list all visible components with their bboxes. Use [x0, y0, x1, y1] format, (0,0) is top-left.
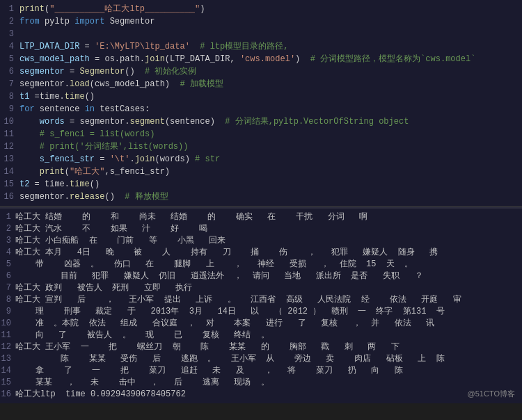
out-num-7: 7: [0, 282, 15, 294]
code-section: 1 print("__________哈工大ltp__________") 2 …: [0, 0, 522, 207]
output-line-2: 2 哈工大 汽水 不 如果 汁 好 喝: [0, 223, 522, 235]
code-line-6: 6 segmentor = Segmentor() # 初始化实例: [0, 65, 522, 78]
out-num-15: 15: [0, 377, 15, 389]
out-content-4: 哈工大 本月 4日 晚 被 人 持有 刀 捅 伤 ， 犯罪 嫌疑人 随身 携: [15, 247, 522, 259]
code-line-9: 9 for sentence in testCases:: [0, 103, 522, 115]
line-content-15: t2 = time.time(): [19, 178, 522, 191]
out-num-3: 3: [0, 235, 15, 247]
line-content-10: words = segmentor.segment(sentence) # 分词…: [19, 115, 522, 128]
line-num-15: 15: [0, 178, 19, 191]
line-num-3: 3: [0, 28, 19, 40]
code-line-8: 8 t1 =time.time(): [0, 90, 522, 103]
out-content-11: 向 了 被告人 。 现 已 复核 终结 。: [15, 330, 522, 341]
watermark: @51CTO博客: [468, 389, 515, 399]
code-line-4: 4 LTP_DATA_DIR = 'E:\MyLTP\ltp_data' # l…: [0, 40, 522, 53]
out-content-8: 哈工大 宣判 后 ， 王小军 提出 上诉 。 江西省 高级 人民法院 经 依法 …: [15, 294, 522, 306]
line-content-4: LTP_DATA_DIR = 'E:\MyLTP\ltp_data' # ltp…: [19, 40, 522, 53]
line-content-8: t1 =time.time(): [19, 90, 522, 103]
output-line-15: 15 某某 ， 未 击中 ， 后 逃离 现场 。: [0, 377, 522, 389]
line-content-14: print("哈工大",s_fenci_str): [19, 165, 522, 178]
out-num-14: 14: [0, 365, 15, 377]
out-content-13: 陈 某某 受伤 后 逃跑 。 王小军 从 旁边 卖 肉店 砧板 上 陈: [15, 353, 522, 365]
code-line-1: 1 print("__________哈工大ltp__________"): [0, 3, 522, 15]
line-num-13: 13: [0, 153, 19, 165]
line-content-2: from pyltp import Segmentor: [19, 15, 522, 28]
code-line-12: 12 # print('分词结果',list(words)): [0, 140, 522, 153]
code-editor: 1 print("__________哈工大ltp__________") 2 …: [0, 0, 522, 403]
out-content-5: 带 凶器 。 伤口 在 腿脚 上 ， 神经 受损 ， 住院 15 天 。: [15, 259, 522, 270]
code-line-10: 10 words = segmentor.segment(sentence) #…: [0, 115, 522, 128]
line-num-14: 14: [0, 165, 19, 178]
out-num-13: 13: [0, 353, 15, 365]
out-content-6: 目前 犯罪 嫌疑人 仍旧 逍遥法外 ， 请问 当地 派出所 是否 失职 ？: [15, 270, 522, 282]
code-line-3: 3: [0, 28, 522, 40]
output-line-6: 6 目前 犯罪 嫌疑人 仍旧 逍遥法外 ， 请问 当地 派出所 是否 失职 ？: [0, 270, 522, 282]
line-content-16: segmentor.release() # 释放模型: [19, 191, 522, 203]
out-num-2: 2: [0, 223, 15, 235]
out-content-7: 哈工大 政判 被告人 死刑 立即 执行: [15, 282, 522, 294]
out-content-12: 哈工大 王小军 一 把 螺丝刀 朝 陈 某某 的 胸部 戳 刺 两 下: [15, 341, 522, 353]
line-content-6: segmentor = Segmentor() # 初始化实例: [19, 65, 522, 78]
output-line-13: 13 陈 某某 受伤 后 逃跑 。 王小军 从 旁边 卖 肉店 砧板 上 陈: [0, 353, 522, 365]
output-line-8: 8 哈工大 宣判 后 ， 王小军 提出 上诉 。 江西省 高级 人民法院 经 依…: [0, 294, 522, 306]
line-content-9: for sentence in testCases:: [19, 103, 522, 115]
output-line-10: 10 准 。本院 依法 组成 合议庭 ， 对 本案 进行 了 复核 ， 并 依法…: [0, 318, 522, 330]
out-num-1: 1: [0, 211, 15, 223]
code-line-2: 2 from pyltp import Segmentor: [0, 15, 522, 28]
line-num-4: 4: [0, 40, 19, 53]
out-content-15: 某某 ， 未 击中 ， 后 逃离 现场 。: [15, 377, 522, 389]
out-content-10: 准 。本院 依法 组成 合议庭 ， 对 本案 进行 了 复核 ， 并 依法 讯: [15, 318, 522, 330]
line-num-16: 16: [0, 191, 19, 203]
out-num-9: 9: [0, 306, 15, 318]
line-num-1: 1: [0, 3, 19, 15]
code-line-7: 7 segmentor.load(cws_model_path) # 加载模型: [0, 78, 522, 90]
code-line-14: 14 print("哈工大",s_fenci_str): [0, 165, 522, 178]
out-num-12: 12: [0, 341, 15, 353]
output-line-14: 14 拿 了 一 把 菜刀 追赶 未 及 ， 将 菜刀 扔 向 陈: [0, 365, 522, 377]
line-num-10: 10: [0, 115, 19, 128]
line-num-8: 8: [0, 90, 19, 103]
line-content-11: # s_fenci = list(words): [19, 128, 522, 140]
output-line-3: 3 哈工大 小白痴船 在 门前 等 小黑 回来: [0, 235, 522, 247]
output-line-1: 1 哈工大 结婚 的 和 尚未 结婚 的 确实 在 干扰 分词 啊: [0, 211, 522, 223]
line-num-6: 6: [0, 65, 19, 78]
code-line-13: 13 s_fenci_str = '\t'.join(words) # str: [0, 153, 522, 165]
out-content-2: 哈工大 汽水 不 如果 汁 好 喝: [15, 223, 522, 235]
line-content-1: print("__________哈工大ltp__________"): [19, 3, 522, 15]
code-line-15: 15 t2 = time.time(): [0, 178, 522, 191]
line-num-2: 2: [0, 15, 19, 28]
output-line-12: 12 哈工大 王小军 一 把 螺丝刀 朝 陈 某某 的 胸部 戳 刺 两 下: [0, 341, 522, 353]
output-line-9: 9 理 刑事 裁定 于 2013年 3月 14日 以 （ 2012 ） 赣刑 一…: [0, 306, 522, 318]
line-content-7: segmentor.load(cws_model_path) # 加载模型: [19, 78, 522, 90]
out-num-5: 5: [0, 259, 15, 270]
output-line-7: 7 哈工大 政判 被告人 死刑 立即 执行: [0, 282, 522, 294]
output-section: 1 哈工大 结婚 的 和 尚未 结婚 的 确实 在 干扰 分词 啊 2 哈工大 …: [0, 209, 522, 403]
out-num-4: 4: [0, 247, 15, 259]
out-num-8: 8: [0, 294, 15, 306]
line-num-12: 12: [0, 140, 19, 153]
out-num-11: 11: [0, 330, 15, 341]
out-content-14: 拿 了 一 把 菜刀 追赶 未 及 ， 将 菜刀 扔 向 陈: [15, 365, 522, 377]
line-num-9: 9: [0, 103, 19, 115]
output-line-4: 4 哈工大 本月 4日 晚 被 人 持有 刀 捅 伤 ， 犯罪 嫌疑人 随身 携: [0, 247, 522, 259]
line-num-7: 7: [0, 78, 19, 90]
code-line-16: 16 segmentor.release() # 释放模型: [0, 191, 522, 203]
out-content-1: 哈工大 结婚 的 和 尚未 结婚 的 确实 在 干扰 分词 啊: [15, 211, 522, 223]
code-line-5: 5 cws_model_path = os.path.join(LTP_DATA…: [0, 53, 522, 65]
out-num-6: 6: [0, 270, 15, 282]
out-content-9: 理 刑事 裁定 于 2013年 3月 14日 以 （ 2012 ） 赣刑 一 终…: [15, 306, 522, 318]
output-line-16: 16 哈工大ltp time 0.09294390678405762: [0, 389, 522, 401]
line-content-13: s_fenci_str = '\t'.join(words) # str: [19, 153, 522, 165]
line-content-5: cws_model_path = os.path.join(LTP_DATA_D…: [19, 53, 522, 65]
line-num-5: 5: [0, 53, 19, 65]
line-content-12: # print('分词结果',list(words)): [19, 140, 522, 153]
out-num-16: 16: [0, 389, 15, 401]
out-content-3: 哈工大 小白痴船 在 门前 等 小黑 回来: [15, 235, 522, 247]
output-line-5: 5 带 凶器 。 伤口 在 腿脚 上 ， 神经 受损 ， 住院 15 天 。: [0, 259, 522, 270]
line-num-11: 11: [0, 128, 19, 140]
out-num-10: 10: [0, 318, 15, 330]
code-line-11: 11 # s_fenci = list(words): [0, 128, 522, 140]
output-line-11: 11 向 了 被告人 。 现 已 复核 终结 。: [0, 330, 522, 341]
out-content-16: 哈工大ltp time 0.09294390678405762: [15, 389, 522, 401]
